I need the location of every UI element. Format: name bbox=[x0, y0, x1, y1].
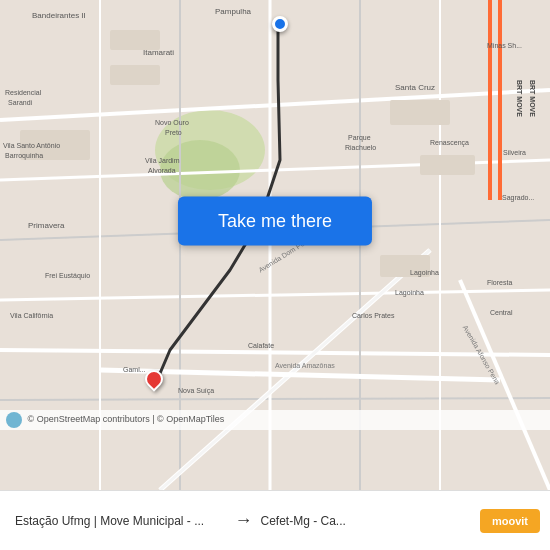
svg-text:Frei Eustáquio: Frei Eustáquio bbox=[45, 272, 90, 280]
svg-text:Lagoinha: Lagoinha bbox=[395, 289, 424, 297]
svg-text:Parque: Parque bbox=[348, 134, 371, 142]
svg-text:Floresta: Floresta bbox=[487, 279, 512, 286]
attribution-text: © OpenStreetMap contributors | © OpenMap… bbox=[28, 414, 225, 424]
moovit-logo: moovit bbox=[472, 509, 540, 533]
svg-rect-21 bbox=[110, 65, 160, 85]
svg-text:Nova Suíça: Nova Suíça bbox=[178, 387, 214, 395]
svg-text:Avenida Amazônas: Avenida Amazônas bbox=[275, 362, 335, 369]
destination-label: Cefet-Mg - Ca... bbox=[261, 514, 473, 528]
bottom-bar: Estação Ufmg | Move Municipal - ... → Ce… bbox=[0, 490, 550, 550]
svg-text:Preto: Preto bbox=[165, 129, 182, 136]
svg-text:BRT MOVE: BRT MOVE bbox=[516, 80, 523, 117]
svg-text:Pampulha: Pampulha bbox=[215, 7, 252, 16]
svg-text:Primavera: Primavera bbox=[28, 221, 65, 230]
svg-text:Santa Cruz: Santa Cruz bbox=[395, 83, 435, 92]
svg-text:Bandeirantes II: Bandeirantes II bbox=[32, 11, 86, 20]
svg-text:Novo Ouro: Novo Ouro bbox=[155, 119, 189, 126]
svg-text:Sagrado...: Sagrado... bbox=[502, 194, 534, 202]
svg-rect-23 bbox=[390, 100, 450, 125]
svg-text:Renascença: Renascença bbox=[430, 139, 469, 147]
svg-text:Riachuelo: Riachuelo bbox=[345, 144, 376, 151]
arrow-section: → bbox=[227, 510, 261, 531]
svg-text:Calafate: Calafate bbox=[248, 342, 274, 349]
destination-section: Cefet-Mg - Ca... bbox=[261, 514, 473, 528]
svg-rect-24 bbox=[420, 155, 475, 175]
origin-marker bbox=[272, 16, 288, 32]
svg-text:Gaml...: Gaml... bbox=[123, 366, 146, 373]
attribution-bar: © OpenStreetMap contributors | © OpenMap… bbox=[0, 410, 550, 430]
svg-text:Carlos Prates: Carlos Prates bbox=[352, 312, 395, 319]
svg-text:Barroquinha: Barroquinha bbox=[5, 152, 43, 160]
origin-label: Estação Ufmg | Move Municipal - ... bbox=[15, 514, 227, 528]
origin-section: Estação Ufmg | Move Municipal - ... bbox=[10, 514, 227, 528]
svg-text:Vila Califôrnia: Vila Califôrnia bbox=[10, 312, 53, 319]
arrow-icon: → bbox=[235, 510, 253, 531]
svg-text:Residencial: Residencial bbox=[5, 89, 42, 96]
svg-text:Lagoinha: Lagoinha bbox=[410, 269, 439, 277]
svg-text:Minas Sh...: Minas Sh... bbox=[487, 42, 522, 49]
svg-text:Sarandi: Sarandi bbox=[8, 99, 33, 106]
moovit-logo-image: moovit bbox=[480, 509, 540, 533]
svg-text:Alvorada: Alvorada bbox=[148, 167, 176, 174]
svg-rect-20 bbox=[110, 30, 160, 50]
osm-logo bbox=[6, 412, 22, 428]
map-container: Bandeirantes II Pampulha Itamarati Minas… bbox=[0, 0, 550, 490]
moovit-logo-text: moovit bbox=[492, 515, 528, 527]
svg-text:Silveira: Silveira bbox=[503, 149, 526, 156]
svg-text:BRT MOVE: BRT MOVE bbox=[529, 80, 536, 117]
svg-text:Vila Jardim: Vila Jardim bbox=[145, 157, 180, 164]
svg-text:Central: Central bbox=[490, 309, 513, 316]
take-me-there-button[interactable]: Take me there bbox=[178, 196, 372, 245]
svg-text:Itamarati: Itamarati bbox=[143, 48, 174, 57]
svg-text:Vila Santo Antônio: Vila Santo Antônio bbox=[3, 142, 60, 149]
